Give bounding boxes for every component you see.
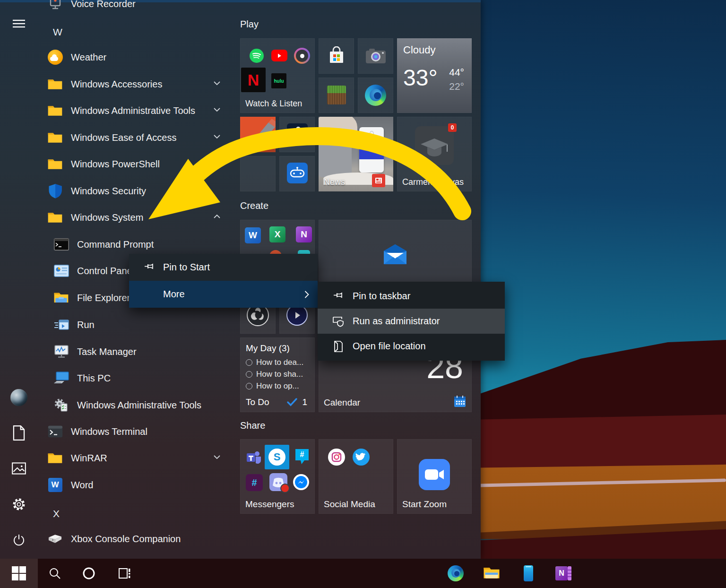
power-button[interactable] <box>7 528 31 553</box>
chevron-down-icon[interactable] <box>214 134 220 141</box>
twitter-icon <box>353 449 370 466</box>
app-item-this-pc[interactable]: This PC <box>53 365 239 391</box>
tile-label: Social Media <box>324 499 375 510</box>
tile-edge[interactable] <box>358 78 393 113</box>
tile-kindle[interactable] <box>279 117 315 152</box>
tile-sketchable[interactable] <box>240 117 276 152</box>
app-item-word[interactable]: W Word <box>47 472 233 498</box>
tile-label: Carmen Canvas <box>402 177 464 187</box>
voice-recorder-icon <box>47 0 63 12</box>
canvas-badge: 0 <box>448 123 457 132</box>
app-item-windows-accessories[interactable]: Windows Accessories <box>47 71 233 97</box>
app-item-windows-powershell[interactable]: Windows PowerShell <box>47 151 233 177</box>
app-item-weather[interactable]: Weather <box>47 44 233 70</box>
settings-button[interactable] <box>7 492 31 517</box>
app-item-task-manager[interactable]: Task Manager <box>53 338 239 365</box>
onenote-icon: N <box>555 565 571 581</box>
documents-button[interactable] <box>7 421 31 445</box>
section-header-x[interactable]: X <box>53 501 110 527</box>
app-item-windows-terminal[interactable]: Windows Terminal <box>47 418 233 445</box>
power-icon <box>12 534 26 547</box>
app-label: Windows Administrative Tools <box>71 105 195 116</box>
tile-news[interactable]: News <box>319 117 393 191</box>
tile-messengers[interactable]: S # # Messengers <box>240 439 315 514</box>
tile-weather[interactable]: Cloudy 33° 44° 22° <box>397 38 472 113</box>
tile-social-media[interactable]: Social Media <box>319 439 393 514</box>
youtube-icon <box>271 50 287 61</box>
zoom-icon <box>419 459 450 490</box>
pin-icon <box>332 290 345 303</box>
taskbar-edge-button[interactable] <box>442 559 469 588</box>
weather-condition: Cloudy <box>403 44 435 56</box>
onenote-tile-icon: N <box>296 226 312 242</box>
app-label: This PC <box>77 373 111 384</box>
submenu-item-run-as-administrator[interactable]: Run as administrator <box>318 309 505 334</box>
tile-minecraft[interactable] <box>319 78 354 113</box>
submenu-item-open-file-location[interactable]: Open file location <box>318 334 505 359</box>
app-label: Task Manager <box>77 346 137 357</box>
cortana-icon <box>82 567 95 580</box>
todo-circle-icon <box>246 383 252 389</box>
tile-empty <box>240 156 276 191</box>
tile-microsoft-store[interactable] <box>319 38 354 74</box>
taskbar-file-explorer-button[interactable] <box>478 559 505 588</box>
tile-watch-and-listen[interactable]: N hulu Watch & Listen <box>240 38 315 113</box>
svg-text:#: # <box>300 450 304 458</box>
tile-carmen-canvas[interactable]: 0 Carmen Canvas <box>397 117 472 191</box>
start-button[interactable] <box>0 559 38 588</box>
chevron-up-icon[interactable] <box>214 214 220 221</box>
todo-circle-icon <box>246 359 252 366</box>
app-label: Word <box>71 480 93 491</box>
app-item-winrar[interactable]: WinRAR <box>47 445 233 471</box>
app-item-run[interactable]: Run <box>53 311 239 338</box>
chevron-down-icon[interactable] <box>214 107 220 114</box>
tile-group-header-play[interactable]: Play <box>240 19 259 30</box>
menu-label: Run as administrator <box>353 316 440 327</box>
task-manager-icon <box>53 344 69 360</box>
pictures-button[interactable] <box>7 456 31 481</box>
admin-tools-icon <box>53 398 69 413</box>
chevron-down-icon[interactable] <box>214 81 220 87</box>
chevron-down-icon[interactable] <box>214 455 220 461</box>
windows-terminal-icon <box>47 424 63 440</box>
submenu-item-pin-to-taskbar[interactable]: Pin to taskbar <box>318 284 505 309</box>
taskbar: N <box>0 559 726 588</box>
edge-icon <box>365 85 386 106</box>
app-label: Windows System <box>71 212 143 223</box>
expand-menu-button[interactable] <box>7 11 31 36</box>
todo-title: My Day (3) <box>246 343 290 354</box>
taskbar-your-phone-button[interactable] <box>515 559 542 588</box>
context-menu-item-pin-to-start[interactable]: Pin to Start <box>129 254 318 281</box>
file-location-icon <box>332 340 345 353</box>
gear-icon <box>12 497 26 511</box>
skype-icon: S <box>265 445 289 469</box>
app-item-windows-system[interactable]: Windows System <box>47 204 233 231</box>
tile-group-header-create[interactable]: Create <box>240 200 268 211</box>
context-menu-item-more[interactable]: More <box>129 281 318 308</box>
app-label: Windows PowerShell <box>71 159 160 170</box>
app-item-xbox-console-companion[interactable]: Xbox Console Companion <box>47 526 233 552</box>
folder-icon <box>47 210 63 225</box>
groove-music-icon <box>294 48 310 64</box>
app-item-windows-ease-of-access[interactable]: Windows Ease of Access <box>47 124 233 151</box>
user-account-button[interactable] <box>7 385 31 410</box>
app-item-windows-administrative-tools[interactable]: Windows Administrative Tools <box>47 97 233 124</box>
app-label: Weather <box>71 52 106 63</box>
tile-group-header-share[interactable]: Share <box>240 420 265 431</box>
app-item-administrative-tools[interactable]: Windows Administrative Tools <box>53 392 239 418</box>
search-button[interactable] <box>42 559 68 588</box>
tile-camera[interactable] <box>358 38 393 74</box>
netflix-icon: N <box>241 68 266 92</box>
folder-icon <box>47 103 63 119</box>
section-header-w[interactable]: W <box>53 19 110 45</box>
excel-tile-icon: X <box>269 226 285 242</box>
app-item-windows-security[interactable]: Windows Security <box>47 178 233 204</box>
tile-game-bar[interactable] <box>279 156 315 191</box>
taskbar-onenote-button[interactable]: N <box>550 559 577 588</box>
your-phone-icon <box>524 565 533 581</box>
tile-todo[interactable]: My Day (3) How to dea... How to sha... H… <box>240 337 315 412</box>
cortana-button[interactable] <box>76 559 102 588</box>
app-item-voice-recorder[interactable]: Voice Recorder <box>47 0 233 17</box>
task-view-button[interactable] <box>112 559 138 588</box>
tile-start-zoom[interactable]: Start Zoom <box>397 439 472 514</box>
